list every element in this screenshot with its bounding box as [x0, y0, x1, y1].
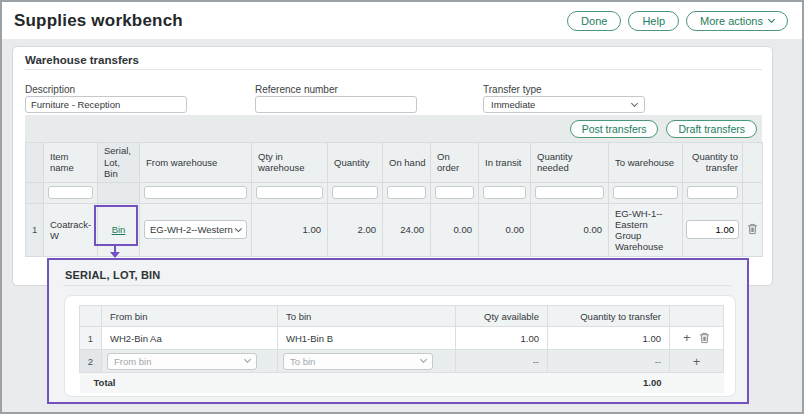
col-header-on-order: On order	[431, 143, 479, 183]
cell-qty-available: 1.00	[456, 327, 548, 350]
row-number: 1	[80, 327, 102, 350]
filter-on-order[interactable]	[435, 186, 474, 199]
filter-to-warehouse[interactable]	[613, 186, 678, 199]
delete-row-button[interactable]	[747, 223, 758, 235]
plus-icon: +	[693, 357, 701, 367]
col-header-bin-quantity-to-transfer: Quantity to transfer	[548, 306, 670, 327]
section-divider	[25, 69, 762, 70]
cell-qty-available: --	[456, 350, 548, 373]
reference-number-input[interactable]	[255, 96, 417, 113]
from-warehouse-select[interactable]: EG-WH-2--Western Gr	[144, 220, 247, 239]
chevron-down-icon	[768, 15, 775, 22]
warehouse-transfers-table: Item name Serial, Lot, Bin From warehous…	[25, 142, 763, 257]
draft-transfers-button[interactable]: Draft transfers	[666, 120, 757, 138]
table-filter-row	[26, 182, 763, 203]
bin-row-2: 2 From bin To bin	[80, 350, 724, 373]
col-header-in-transit: In transit	[479, 143, 531, 183]
add-bin-row-button[interactable]: +	[683, 333, 691, 343]
col-header-from-warehouse: From warehouse	[140, 143, 252, 183]
total-value: 1.00	[548, 373, 670, 393]
filter-on-hand[interactable]	[387, 186, 426, 199]
plus-icon: +	[683, 333, 691, 343]
cell-qty-in-warehouse: 1.00	[252, 203, 328, 256]
col-header-from-bin: From bin	[102, 306, 278, 327]
filter-qty-in-warehouse[interactable]	[256, 186, 323, 199]
warehouse-transfers-card: Warehouse transfers Description Referenc…	[12, 46, 773, 286]
cell-to-warehouse: EG-WH-1--Eastern Group Warehouse	[609, 203, 683, 256]
col-header-to-warehouse: To warehouse	[609, 143, 683, 183]
description-input[interactable]	[25, 96, 187, 113]
reference-number-label: Reference number	[255, 84, 338, 95]
page-title: Supplies workbench	[14, 11, 183, 31]
transfer-type-select[interactable]: Immediate	[483, 96, 645, 113]
bin-link[interactable]: Bin	[112, 224, 126, 235]
serial-panel-title: SERIAL, LOT, BIN	[65, 269, 160, 281]
total-label: Total	[80, 373, 278, 393]
bin-table-header-row: From bin To bin Qty available Quantity t…	[80, 306, 724, 327]
serial-lot-bin-panel: SERIAL, LOT, BIN From bin To bin Qty ava…	[47, 258, 749, 404]
chevron-down-icon	[631, 99, 638, 106]
col-header-to-bin: To bin	[278, 306, 456, 327]
row-number: 2	[80, 350, 102, 373]
done-button[interactable]: Done	[567, 11, 621, 31]
filter-in-transit[interactable]	[483, 186, 526, 199]
chevron-down-icon	[235, 225, 242, 232]
filter-from-warehouse[interactable]	[144, 186, 247, 199]
col-header-qty-in-warehouse: Qty in warehouse	[252, 143, 328, 183]
col-header-quantity-needed: Quantity needed	[531, 143, 609, 183]
filter-item-name[interactable]	[48, 186, 93, 199]
description-label: Description	[25, 84, 75, 95]
topbar-actions: Done Help More actions	[567, 11, 788, 31]
delete-bin-row-button[interactable]	[699, 332, 710, 344]
quantity-to-transfer-input[interactable]	[686, 220, 739, 239]
cell-quantity: 2.00	[328, 203, 383, 256]
from-bin-select[interactable]: From bin	[107, 353, 257, 370]
cell-on-hand: 24.00	[383, 203, 431, 256]
supplies-workbench-screen: Supplies workbench Done Help More action…	[0, 0, 804, 414]
transfer-type-label: Transfer type	[483, 84, 542, 95]
col-header-qty-available: Qty available	[456, 306, 548, 327]
cell-on-order: 0.00	[431, 203, 479, 256]
top-bar: Supplies workbench Done Help More action…	[2, 2, 802, 39]
col-header-serial-lot-bin: Serial, Lot, Bin	[98, 143, 140, 183]
transfer-row-1: 1 Coatrack-W Bin EG-WH-2--Western Gr 1.0…	[26, 203, 763, 256]
cell-in-transit: 0.00	[479, 203, 531, 256]
col-header-on-hand: On hand	[383, 143, 431, 183]
cell-from-bin: WH2-Bin Aa	[102, 327, 278, 350]
cell-item-name: Coatrack-W	[44, 203, 98, 256]
col-header-quantity: Quantity	[328, 143, 383, 183]
filter-quantity-needed[interactable]	[535, 186, 604, 199]
section-title: Warehouse transfers	[25, 54, 139, 66]
filter-quantity[interactable]	[332, 186, 378, 199]
col-header-quantity-to-transfer: Quantity to transfer	[683, 143, 743, 183]
bin-total-row: Total 1.00	[80, 373, 724, 393]
add-bin-row-button[interactable]: +	[693, 357, 701, 367]
cell-to-bin: WH1-Bin B	[278, 327, 456, 350]
filter-quantity-to-transfer[interactable]	[687, 186, 738, 199]
bin-table-card: From bin To bin Qty available Quantity t…	[64, 295, 736, 397]
col-header-item-name: Item name	[44, 143, 98, 183]
chevron-down-icon	[420, 356, 427, 363]
trash-icon	[747, 223, 758, 235]
post-transfers-button[interactable]: Post transfers	[570, 120, 659, 138]
transfers-toolbar: Post transfers Draft transfers	[25, 115, 762, 142]
cell-bin-qty-to-transfer: --	[548, 350, 670, 373]
row-number: 1	[26, 203, 44, 256]
table-header-row: Item name Serial, Lot, Bin From warehous…	[26, 143, 763, 183]
bin-row-1: 1 WH2-Bin Aa WH1-Bin B 1.00 1.00 +	[80, 327, 724, 350]
cell-quantity-needed: 0.00	[531, 203, 609, 256]
help-button[interactable]: Help	[628, 11, 679, 31]
more-actions-button[interactable]: More actions	[686, 11, 788, 31]
bin-actions-header	[670, 306, 724, 327]
trash-icon	[699, 332, 710, 344]
serial-panel-divider	[63, 285, 731, 286]
bin-transfer-table: From bin To bin Qty available Quantity t…	[79, 305, 724, 393]
rownum-header	[26, 143, 44, 183]
cell-bin-qty-to-transfer: 1.00	[548, 327, 670, 350]
actions-header	[743, 143, 763, 183]
chevron-down-icon	[244, 356, 251, 363]
to-bin-select[interactable]: To bin	[283, 353, 433, 370]
